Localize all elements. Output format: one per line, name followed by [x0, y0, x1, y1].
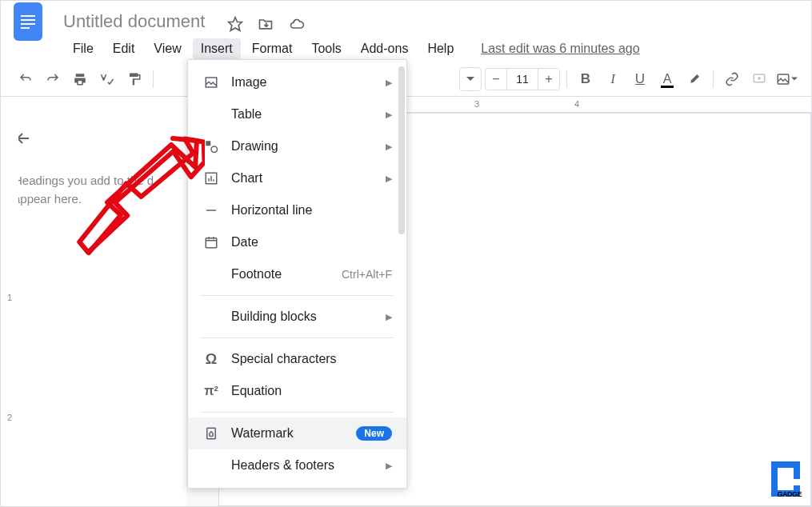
menu-insert-footnote[interactable]: Footnote Ctrl+Alt+F	[188, 258, 406, 290]
highlight-button[interactable]	[682, 67, 706, 91]
svg-point-5	[211, 146, 218, 153]
font-family-dropdown[interactable]	[459, 67, 482, 91]
menu-tools[interactable]: Tools	[303, 38, 349, 59]
calendar-icon	[202, 235, 220, 250]
menu-insert-drawing[interactable]: Drawing ▶	[188, 130, 406, 162]
chevron-right-icon: ▶	[386, 110, 392, 120]
italic-button[interactable]: I	[601, 67, 625, 91]
watermark-branding: GADGE	[770, 461, 802, 497]
menu-addons[interactable]: Add-ons	[353, 38, 417, 59]
spellcheck-button[interactable]	[95, 67, 119, 91]
menu-edit[interactable]: Edit	[105, 38, 143, 59]
menu-insert-table[interactable]: Table ▶	[188, 98, 406, 130]
chevron-right-icon: ▶	[386, 461, 392, 471]
move-to-folder-icon[interactable]	[258, 16, 274, 32]
svg-marker-0	[229, 18, 242, 31]
last-edit-link[interactable]: Last edit was 6 minutes ago	[481, 42, 639, 56]
menu-view[interactable]: View	[146, 38, 189, 59]
menu-insert-horizontal-line[interactable]: Horizontal line	[188, 194, 406, 226]
title-bar: Untitled document	[1, 1, 811, 36]
menu-divider	[201, 412, 394, 413]
chevron-right-icon: ▶	[386, 78, 392, 88]
menu-bar: File Edit View Insert Format Tools Add-o…	[1, 36, 811, 62]
font-size-input[interactable]: 11	[507, 68, 538, 90]
svg-rect-14	[790, 479, 802, 485]
chevron-right-icon: ▶	[386, 142, 392, 152]
redo-button[interactable]	[41, 67, 65, 91]
font-size-increase[interactable]: +	[538, 68, 560, 90]
print-button[interactable]	[68, 67, 92, 91]
menu-insert-equation[interactable]: π² Equation	[188, 375, 406, 407]
outline-placeholder: Headings you add to the d appear here.	[14, 172, 174, 208]
menu-insert-date[interactable]: Date	[188, 226, 406, 258]
pi-icon: π²	[202, 384, 220, 398]
font-size-decrease[interactable]: −	[485, 68, 507, 90]
svg-rect-8	[206, 238, 217, 248]
vertical-ruler[interactable]: 1 2	[2, 113, 18, 506]
new-badge: New	[356, 426, 392, 441]
docs-logo[interactable]	[14, 2, 42, 41]
cloud-status-icon[interactable]	[288, 16, 306, 32]
menu-file[interactable]: File	[65, 38, 102, 59]
insert-dropdown-menu: Image ▶ Table ▶ Drawing ▶ Chart ▶ Horizo…	[187, 59, 407, 489]
undo-button[interactable]	[14, 67, 38, 91]
menu-insert-image[interactable]: Image ▶	[188, 66, 406, 98]
menu-insert-watermark[interactable]: Watermark New	[188, 417, 406, 449]
menu-format[interactable]: Format	[244, 38, 301, 59]
watermark-icon	[202, 426, 220, 441]
image-icon	[202, 75, 220, 90]
document-title[interactable]: Untitled document	[58, 10, 210, 33]
text-color-button[interactable]: A	[655, 67, 679, 91]
menu-insert-building-blocks[interactable]: Building blocks ▶	[188, 301, 406, 333]
insert-image-button[interactable]	[774, 67, 798, 91]
svg-rect-12	[207, 428, 216, 439]
insert-link-button[interactable]	[720, 67, 744, 91]
chevron-right-icon: ▶	[386, 174, 392, 184]
outline-collapse-button[interactable]	[14, 129, 174, 148]
bold-button[interactable]: B	[574, 67, 598, 91]
menu-divider	[201, 295, 394, 296]
font-size-group: − 11 +	[485, 68, 560, 90]
horizontal-line-icon	[202, 203, 220, 218]
menu-insert-chart[interactable]: Chart ▶	[188, 162, 406, 194]
omega-icon: Ω	[202, 351, 220, 368]
underline-button[interactable]: U	[628, 67, 652, 91]
chart-icon	[202, 171, 220, 186]
menu-insert[interactable]: Insert	[193, 38, 241, 59]
chevron-right-icon: ▶	[386, 312, 392, 322]
star-icon[interactable]	[227, 16, 243, 32]
menu-help[interactable]: Help	[419, 38, 462, 59]
drawing-icon	[202, 139, 220, 154]
svg-rect-4	[206, 141, 210, 146]
add-comment-button[interactable]	[747, 67, 771, 91]
menu-divider	[201, 337, 394, 338]
paint-format-button[interactable]	[122, 67, 146, 91]
menu-insert-special-characters[interactable]: Ω Special characters	[188, 343, 406, 375]
menu-insert-headers-footers[interactable]: Headers & footers ▶	[188, 449, 406, 481]
outline-panel: Headings you add to the d appear here.	[1, 97, 186, 506]
